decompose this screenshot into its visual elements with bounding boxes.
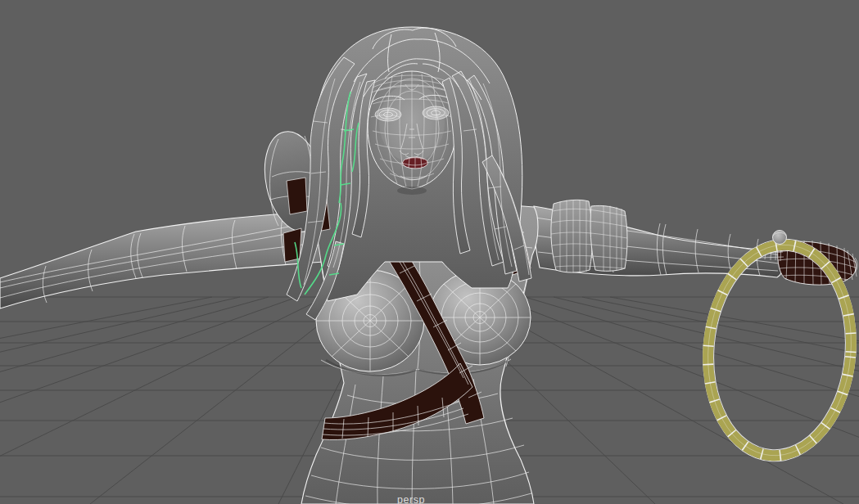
shoulder-armband[interactable] bbox=[551, 200, 627, 273]
persp-viewport-svg[interactable]: persp bbox=[0, 0, 859, 504]
camera-label: persp bbox=[397, 494, 425, 504]
eye-left bbox=[375, 108, 401, 121]
lips bbox=[402, 157, 428, 169]
eye-right bbox=[423, 106, 449, 119]
viewport-canvas[interactable]: persp bbox=[0, 0, 859, 504]
